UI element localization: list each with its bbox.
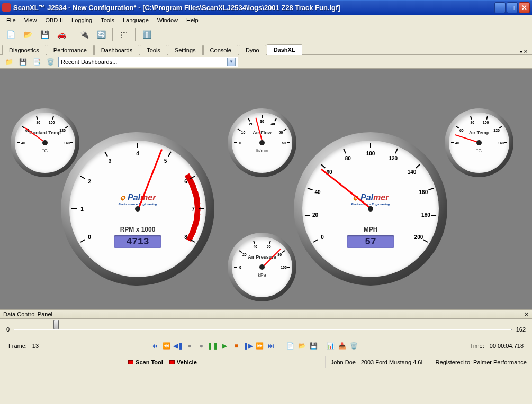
frame-value: 13 — [30, 343, 41, 349]
layout-button[interactable]: ⬚ — [116, 27, 131, 42]
brand-logo: ⚙ PalmerPerformance Engineering — [61, 193, 214, 206]
info-button[interactable]: ℹ️ — [139, 27, 154, 42]
folder-icon: 📁 — [4, 57, 14, 67]
step-back-button[interactable]: ◀❚ — [173, 341, 183, 351]
dcp-title-label: Data Control Panel — [3, 311, 52, 317]
gauge-pressure: 020406080100Air PressurekPa — [228, 233, 296, 301]
gauge-coolant-label: Coolant Temp — [11, 130, 79, 135]
refresh-icon: 🔄 — [96, 30, 106, 39]
tab-menu-icon[interactable]: ▾ — [520, 49, 522, 54]
fast-fwd-button[interactable]: ⏩ — [254, 341, 265, 351]
skip-end-button[interactable]: ⏭ — [266, 341, 276, 351]
connect-button[interactable]: 🔌 — [77, 27, 92, 42]
tab-settings[interactable]: Settings — [168, 45, 203, 55]
refresh-button[interactable]: 🔄 — [94, 27, 109, 42]
menu-file[interactable]: File — [2, 16, 20, 24]
minimize-button[interactable]: _ — [494, 2, 506, 13]
menu-view[interactable]: View — [20, 16, 41, 24]
time-value: 00:00:04.718 — [488, 343, 526, 349]
dcp-titlebar: Data Control Panel ✕ — [0, 309, 532, 319]
file-new-button[interactable]: 📄 — [285, 341, 295, 351]
gauge-rpm-display: 4713 — [114, 235, 161, 248]
frame-label: Frame: — [6, 343, 29, 349]
tab-close-icon[interactable]: ✕ — [524, 49, 528, 54]
dropdown-value: Recent Dashboards... — [61, 59, 117, 65]
dash-delete-button[interactable]: 🗑️ — [44, 56, 56, 68]
file-open-button[interactable]: 📂 — [296, 341, 307, 351]
play-button[interactable]: ▶ — [219, 341, 230, 351]
gauge-coolant-unit: °C — [11, 148, 79, 153]
copy-icon: 📑 — [32, 57, 41, 67]
info-icon: ℹ️ — [142, 30, 151, 39]
file-save-button[interactable]: 💾 — [308, 341, 319, 351]
tab-diagnostics[interactable]: Diagnostics — [2, 45, 46, 55]
open-button[interactable]: 📂 — [20, 27, 35, 42]
dash-new-button[interactable]: 📁 — [3, 56, 15, 68]
scan-tool-label: Scan Tool — [136, 359, 163, 365]
tab-dashboards[interactable]: Dashboards — [94, 45, 139, 55]
rewind-button[interactable]: ⏪ — [161, 341, 172, 351]
chevron-down-icon: ▼ — [227, 58, 236, 66]
connect-icon: 🔌 — [79, 30, 89, 39]
step-fwd-button[interactable]: ❚▶ — [242, 341, 253, 351]
dashboard-dropdown[interactable]: Recent Dashboards... ▼ — [58, 57, 238, 67]
gauge-coolant: 406080100120140Coolant Temp°C — [11, 108, 79, 177]
dashboard-canvas: 012345678⚙ PalmerPerformance Engineering… — [0, 69, 532, 309]
tab-dashxl[interactable]: DashXL — [267, 44, 302, 55]
clear-button[interactable]: 🗑️ — [348, 341, 359, 351]
status-bar: Scan Tool Vehicle John Doe - 2003 Ford M… — [0, 356, 532, 368]
status-registration: Registered to: Palmer Performance — [430, 356, 532, 368]
tab-dyno[interactable]: Dyno — [239, 45, 266, 55]
menu-obdii[interactable]: OBD-II — [41, 16, 67, 24]
menu-language[interactable]: Language — [119, 16, 153, 24]
tab-tools[interactable]: Tools — [140, 45, 167, 55]
main-toolbar: 📄 📂 💾 🚗 🔌 🔄 ⬚ ℹ️ — [0, 25, 532, 43]
playback-slider[interactable] — [14, 324, 512, 335]
folder-open-icon: 📂 — [23, 30, 32, 39]
new-file-icon: 📄 — [6, 30, 15, 39]
tab-strip: Diagnostics Performance Dashboards Tools… — [0, 43, 532, 55]
dcp-close-button[interactable]: ✕ — [524, 311, 529, 318]
slider-thumb[interactable] — [53, 320, 59, 329]
vehicle-button[interactable]: 🚗 — [54, 27, 69, 42]
menu-bar: File View OBD-II Logging Tools Language … — [0, 15, 532, 25]
close-button[interactable]: ✕ — [519, 2, 530, 13]
menu-help[interactable]: Help — [182, 16, 203, 24]
data-control-panel: 0 162 Frame: 13 ⏮ ⏪ ◀❚ ● ● ❚❚ ▶ ■ ❚▶ ⏩ ⏭… — [0, 319, 532, 356]
new-button[interactable]: 📄 — [3, 27, 18, 42]
stop-button[interactable]: ■ — [231, 341, 241, 351]
save-icon: 💾 — [18, 57, 28, 67]
gauge-mph: 020406080100120140160180200⚙ PalmerPerfo… — [294, 132, 447, 286]
dash-toolbar: 📁 💾 📑 🗑️ Recent Dashboards... ▼ — [0, 55, 532, 69]
menu-tools[interactable]: Tools — [96, 16, 119, 24]
slider-max-label: 162 — [516, 326, 526, 333]
save-button[interactable]: 💾 — [37, 27, 52, 42]
scan-tool-led — [128, 360, 133, 364]
car-icon: 🚗 — [57, 30, 66, 39]
gauge-airflow-label: Air Flow — [228, 130, 296, 135]
gauge-airtemp: 406080100120140Air Temp°C — [445, 108, 513, 177]
vehicle-led — [169, 360, 175, 364]
tab-performance[interactable]: Performance — [47, 45, 94, 55]
window-title: ScanXL™ J2534 - New Configuration* - [C:… — [13, 4, 494, 12]
pause-button[interactable]: ❚❚ — [208, 341, 218, 351]
layout-icon: ⬚ — [119, 30, 129, 39]
maximize-button[interactable]: □ — [507, 2, 518, 13]
gauge-mph-label: MPH — [294, 226, 447, 233]
export-button[interactable]: 📊 — [325, 341, 336, 351]
record2-button[interactable]: ● — [196, 341, 206, 351]
gauge-pressure-label: Air Pressure — [228, 254, 296, 260]
tab-console[interactable]: Console — [203, 45, 238, 55]
dash-save-button[interactable]: 💾 — [17, 56, 29, 68]
gauge-mph-display: 57 — [347, 235, 394, 248]
menu-logging[interactable]: Logging — [67, 16, 96, 24]
dash-copy-button[interactable]: 📑 — [31, 56, 42, 68]
skip-start-button[interactable]: ⏮ — [149, 341, 160, 351]
import-button[interactable]: 📥 — [337, 341, 347, 351]
record-button[interactable]: ● — [184, 341, 195, 351]
brand-logo: ⚙ PalmerPerformance Engineering — [294, 193, 447, 206]
gauge-airflow: 0102030405060Air Flowlb/min — [228, 108, 296, 177]
toolbar-separator — [135, 28, 136, 41]
toolbar-separator — [112, 28, 113, 41]
menu-window[interactable]: Window — [153, 16, 182, 24]
